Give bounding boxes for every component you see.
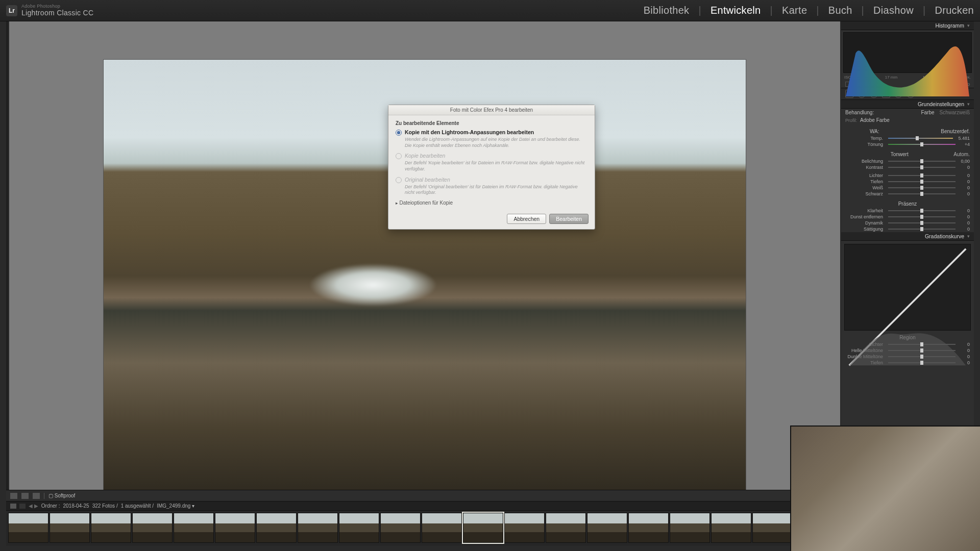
dialog-section-header: Zu bearbeitende Elemente [396, 120, 587, 126]
radio-copy-with-adjustments-label[interactable]: Kopie mit den Lightroom-Anpassungen bear… [405, 129, 534, 135]
region-shadows-slider[interactable] [888, 362, 955, 363]
clarity-slider[interactable] [888, 210, 955, 211]
crumb-count: 322 Fotos / [92, 503, 118, 509]
filmstrip-thumb[interactable] [174, 513, 214, 543]
treatment-label: Behandlung: [845, 110, 874, 115]
highlights-label: Lichter [845, 173, 883, 178]
profile-value[interactable]: Adobe Farbe [860, 117, 890, 123]
left-panel-collapsed[interactable] [6, 21, 8, 531]
auto-tone-button[interactable]: Autom. [953, 152, 970, 157]
shadows-value[interactable]: 0 [961, 179, 970, 184]
saturation-value[interactable]: 0 [961, 227, 970, 232]
wb-label: WA: [870, 129, 879, 134]
loupe-view-icon[interactable] [10, 493, 17, 499]
filmstrip-thumb[interactable] [215, 513, 255, 543]
highlights-value[interactable]: 0 [961, 173, 970, 178]
app-brand: Adobe Photoshop Lightroom Classic CC [21, 4, 93, 17]
profile-label: Profil: [845, 118, 857, 123]
file-options-disclosure[interactable]: Dateioptionen für Kopie [396, 200, 587, 206]
wb-picker-icon[interactable] [845, 128, 851, 134]
saturation-slider[interactable] [888, 229, 955, 230]
module-book[interactable]: Buch [828, 5, 864, 16]
panel-basic-header[interactable]: Grundeinstellungen [841, 100, 974, 109]
second-window-2-icon[interactable] [19, 504, 26, 509]
before-after-icon[interactable] [21, 493, 29, 499]
region-lights-slider[interactable] [888, 350, 955, 351]
whites-label: Weiß [845, 185, 883, 190]
dehaze-slider[interactable] [888, 216, 955, 217]
filmstrip-thumb[interactable] [380, 513, 421, 543]
wb-dropdown[interactable]: Benutzerdef. [941, 129, 970, 134]
filmstrip-thumb[interactable] [422, 513, 462, 543]
filmstrip-thumb[interactable] [587, 513, 627, 543]
softproof-toggle[interactable]: ▢ Softproof [48, 493, 75, 498]
tint-slider[interactable] [888, 144, 955, 145]
filmstrip-thumb[interactable] [670, 513, 710, 543]
crumb-folder-value[interactable]: 2018-04-25 [63, 503, 89, 509]
crumb-folder-label: Ordner : [41, 503, 60, 509]
filmstrip-thumb-selected[interactable] [463, 513, 503, 543]
presence-section: Präsenz [898, 201, 917, 207]
filmstrip-thumb[interactable] [628, 513, 669, 543]
filmstrip-thumb[interactable] [504, 513, 545, 543]
grid-view-icon[interactable] [33, 493, 40, 499]
clarity-value[interactable]: 0 [961, 208, 970, 213]
filmstrip-thumb[interactable] [256, 513, 297, 543]
exposure-label: Belichtung [845, 159, 883, 164]
radio-copy-with-adjustments-desc: Wendet die Lightroom-Anpassungen auf ein… [405, 137, 587, 148]
crumb-selected: 1 ausgewählt / [121, 503, 154, 509]
module-print[interactable]: Drucken [935, 5, 974, 16]
filmstrip-thumb[interactable] [711, 513, 751, 543]
vibrance-slider[interactable] [888, 222, 955, 223]
temp-slider[interactable] [888, 138, 953, 139]
temp-label: Temp. [845, 136, 883, 141]
blacks-label: Schwarz [845, 191, 883, 196]
shadows-slider[interactable] [888, 181, 955, 182]
dialog-title: Foto mit Color Efex Pro 4 bearbeiten [388, 105, 595, 115]
tone-curve[interactable] [844, 244, 971, 331]
tint-value[interactable]: +4 [961, 142, 970, 147]
vibrance-value[interactable]: 0 [961, 220, 970, 226]
panel-histogram-header[interactable]: Histogramm [841, 21, 974, 30]
profile-browser-icon[interactable] [963, 118, 970, 123]
treatment-bw[interactable]: Schwarzweiß [940, 110, 970, 115]
module-slideshow[interactable]: Diashow [873, 5, 925, 16]
tone-section: Tonwert [891, 152, 909, 157]
dehaze-label: Dunst entfernen [845, 214, 883, 219]
filmstrip-thumb[interactable] [339, 513, 379, 543]
contrast-value[interactable]: 0 [961, 165, 970, 170]
edit-button[interactable]: Bearbeiten [549, 214, 589, 224]
dehaze-value[interactable]: 0 [961, 214, 970, 219]
radio-copy-with-adjustments[interactable] [396, 130, 402, 136]
filmstrip-thumb[interactable] [752, 513, 793, 543]
crumb-filename[interactable]: IMG_2499.dng ▾ [157, 503, 194, 509]
highlights-slider[interactable] [888, 175, 955, 176]
blacks-slider[interactable] [888, 193, 955, 194]
filmstrip-thumb[interactable] [132, 513, 173, 543]
module-develop[interactable]: Entwickeln [710, 5, 773, 16]
exposure-slider[interactable] [888, 161, 955, 162]
module-picker: Bibliothek Entwickeln Karte Buch Diashow… [644, 5, 974, 16]
filmstrip-thumb[interactable] [91, 513, 131, 543]
filmstrip-thumb[interactable] [546, 513, 586, 543]
filmstrip-thumb[interactable] [8, 513, 48, 543]
blacks-value[interactable]: 0 [961, 191, 970, 196]
region-darks-slider[interactable] [888, 356, 955, 357]
module-map[interactable]: Karte [782, 5, 819, 16]
treatment-color[interactable]: Farbe [921, 110, 934, 115]
histogram[interactable] [843, 32, 972, 73]
whites-slider[interactable] [888, 187, 955, 188]
exposure-value[interactable]: 0,00 [961, 159, 970, 164]
cancel-button[interactable]: Abbrechen [507, 214, 546, 224]
second-window-icon[interactable] [10, 504, 16, 509]
contrast-slider[interactable] [888, 167, 955, 168]
module-library[interactable]: Bibliothek [644, 5, 701, 16]
radio-original-desc: Der Befehl 'Original bearbeiten' ist für… [405, 184, 587, 196]
filmstrip-thumb[interactable] [50, 513, 90, 543]
panel-tonecurve-header[interactable]: Gradationskurve [841, 232, 974, 241]
temp-value[interactable]: 5.481 [958, 136, 970, 141]
clarity-label: Klarheit [845, 208, 883, 213]
whites-value[interactable]: 0 [961, 185, 970, 190]
region-highlights-slider[interactable] [888, 344, 955, 345]
filmstrip-thumb[interactable] [298, 513, 338, 543]
